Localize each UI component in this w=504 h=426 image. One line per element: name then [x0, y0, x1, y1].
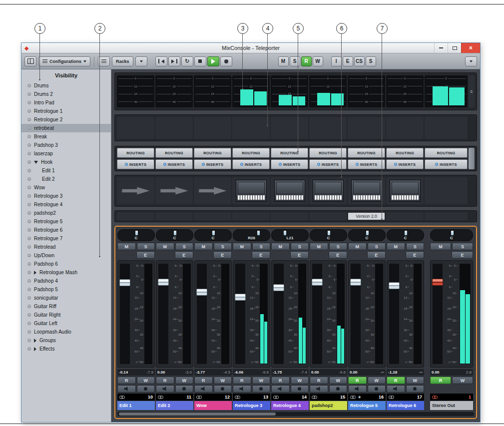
monitor-button[interactable]	[310, 385, 328, 393]
fader-track[interactable]	[274, 264, 284, 364]
picture-edit-2[interactable]	[155, 177, 193, 204]
solo-button[interactable]: S	[368, 243, 386, 250]
sidebar-item-retrologue-1[interactable]: Retrologue 1	[21, 107, 111, 115]
notepad-wow[interactable]	[194, 212, 231, 220]
inserts-button-stereo-out[interactable]: INSERTS	[425, 159, 468, 169]
horizontal-scrollbar[interactable]	[117, 412, 474, 416]
sidebar-item-retrolead[interactable]: Retrolead	[21, 243, 111, 251]
sidebar-item-retrologue-3[interactable]: Retrologue 3	[21, 192, 111, 200]
write-automation-button[interactable]: W	[175, 377, 194, 384]
toolbar-overflow-button[interactable]	[465, 56, 477, 66]
mute-button[interactable]: M	[156, 243, 174, 250]
routing-button-stereo-out[interactable]: ROUTING	[425, 148, 468, 158]
bridge-meter-edit-2[interactable]: 0122440	[155, 75, 193, 107]
inserts-button-edit-1[interactable]: INSERTS	[117, 159, 154, 169]
monitor-button[interactable]	[194, 385, 213, 393]
global-r-button[interactable]: R	[301, 56, 312, 66]
pan-control[interactable]: C	[156, 229, 193, 241]
close-button[interactable]: ×	[461, 43, 480, 53]
toolbar-s-button[interactable]: S	[366, 56, 376, 66]
picture-retrologue-3[interactable]	[232, 177, 270, 204]
stop-button[interactable]	[194, 56, 206, 66]
fader-handle[interactable]	[119, 279, 130, 286]
fader-handle[interactable]	[158, 279, 169, 286]
global-m-button[interactable]: M	[278, 56, 289, 66]
pan-handle[interactable]	[174, 231, 176, 235]
solo-button[interactable]: S	[452, 243, 473, 250]
pan-control[interactable]: C	[430, 229, 473, 241]
fader-handle[interactable]	[312, 279, 323, 286]
write-automation-button[interactable]: W	[291, 377, 309, 384]
record-enable-button[interactable]	[214, 385, 232, 393]
notepad-padshop2[interactable]	[309, 212, 347, 220]
fader-handle[interactable]	[273, 284, 284, 291]
sidebar-item-intro-pad[interactable]: Intro Pad	[21, 98, 111, 107]
notepad-edit-2[interactable]	[155, 212, 193, 220]
bridge-meter-retrologue-5[interactable]: 0122440	[348, 75, 385, 107]
picture-stereo-out[interactable]	[425, 177, 468, 204]
monitor-button[interactable]	[271, 385, 290, 393]
notepad-retrologue-6[interactable]	[386, 212, 424, 220]
sidebar-item-drums[interactable]: Drums	[21, 81, 111, 90]
routing-button-edit-1[interactable]: ROUTING	[117, 148, 154, 158]
notepad-retrologue-3[interactable]	[232, 212, 270, 220]
configurations-button[interactable]: Configurations	[38, 56, 90, 66]
pan-control[interactable]: L21	[271, 229, 309, 241]
channel-meter[interactable]	[144, 264, 152, 364]
write-automation-button[interactable]: W	[329, 377, 348, 384]
sidebar-item-hook[interactable]: Hook	[21, 158, 111, 166]
write-automation-button[interactable]: W	[137, 377, 155, 384]
picture-wow[interactable]	[194, 177, 231, 204]
picture-retrologue-5[interactable]	[348, 177, 385, 204]
expand-triangle-icon[interactable]	[34, 339, 36, 343]
sidebar-item-padshop2[interactable]: padshop2	[21, 209, 111, 217]
channel-name[interactable]: Wow	[194, 401, 232, 410]
sidebar-item-retrologue-7[interactable]: Retrologue 7	[21, 234, 111, 243]
pan-handle[interactable]	[135, 231, 138, 235]
solo-button[interactable]: S	[329, 243, 348, 250]
pan-control[interactable]: R26	[233, 229, 270, 241]
rack-scrollbar[interactable]	[469, 148, 475, 169]
pan-handle[interactable]	[405, 231, 407, 235]
notepad-edit-1[interactable]	[117, 212, 154, 220]
bridge-meter-wow[interactable]: 0122440	[194, 75, 231, 107]
mute-button[interactable]: M	[387, 243, 405, 250]
sidebar-item-retrobeat[interactable]: retrobeat	[21, 124, 111, 132]
channel-meter[interactable]	[337, 264, 345, 364]
fader-handle[interactable]	[432, 279, 443, 286]
play-button[interactable]	[207, 56, 219, 66]
routing-button-retrologue-3[interactable]: ROUTING	[232, 148, 270, 158]
write-automation-button[interactable]: W	[452, 377, 473, 384]
inserts-button-retrologue-5[interactable]: INSERTS	[348, 159, 385, 169]
bridge-meter-stereo-out[interactable]: 0122440	[425, 75, 468, 107]
solo-button[interactable]: S	[406, 243, 425, 250]
racks-settings-button[interactable]	[135, 56, 147, 66]
fader-handle[interactable]	[235, 294, 246, 301]
sidebar-item-groups[interactable]: Groups	[21, 336, 111, 345]
scrollbar-thumb[interactable]	[119, 413, 276, 416]
bridge-meter-retrologue-6[interactable]: 0122440	[386, 75, 424, 107]
channel-meter[interactable]	[375, 264, 383, 364]
toolbar-e-button[interactable]: E	[343, 56, 353, 66]
notepad-stereo-out[interactable]	[425, 212, 468, 220]
record-enable-button[interactable]	[291, 385, 309, 393]
pan-handle[interactable]	[451, 231, 454, 235]
inserts-button-retrologue-3[interactable]: INSERTS	[232, 159, 270, 169]
sidebar-item-edit-1[interactable]: Edit 1	[21, 166, 111, 175]
record-enable-button[interactable]	[175, 385, 194, 393]
sidebar-item-retrologue-4[interactable]: Retrologue 4	[21, 200, 111, 209]
toolbar-i-button[interactable]: I	[331, 56, 342, 66]
channel-name[interactable]: Retrologue 6	[387, 401, 424, 410]
record-enable-button[interactable]	[368, 385, 386, 393]
monitor-button[interactable]	[348, 385, 367, 393]
channel-meter[interactable]	[460, 264, 471, 364]
cycle-button[interactable]: ↻	[181, 56, 193, 66]
monitor-button[interactable]	[233, 385, 251, 393]
routing-button-wow[interactable]: ROUTING	[194, 148, 231, 158]
picture-retrologue-4[interactable]	[271, 177, 308, 204]
read-automation-button[interactable]: R	[310, 377, 328, 384]
inserts-button-retrologue-6[interactable]: INSERTS	[386, 159, 424, 169]
global-w-button[interactable]: W	[313, 56, 323, 66]
inserts-button-retrologue-4[interactable]: INSERTS	[271, 159, 308, 169]
picture-retrologue-6[interactable]	[386, 177, 424, 204]
